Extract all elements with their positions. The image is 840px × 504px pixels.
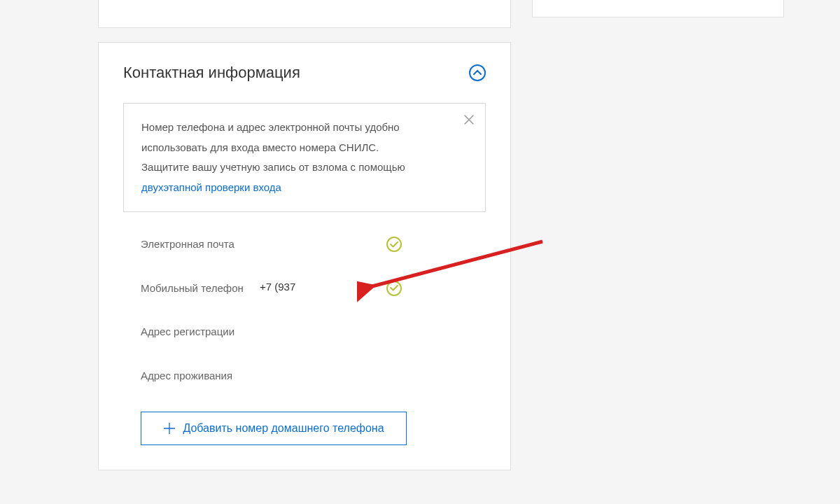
registration-address-label: Адрес регистрации xyxy=(141,324,260,340)
collapse-toggle[interactable] xyxy=(469,64,486,81)
checkmark-icon xyxy=(390,285,398,291)
info-line-2-prefix: Защитите вашу учетную запись от взлома с… xyxy=(141,161,405,173)
two-step-verification-link[interactable]: двухэтапной проверки входа xyxy=(141,181,281,193)
add-home-phone-label: Добавить номер домашнего телефона xyxy=(183,422,384,435)
email-label: Электронная почта xyxy=(141,237,260,253)
mobile-verified-status xyxy=(386,281,402,296)
plus-icon xyxy=(163,422,176,435)
check-circle-icon xyxy=(386,281,402,296)
previous-card-stub xyxy=(98,0,511,28)
close-icon xyxy=(463,113,475,126)
residence-address-label: Адрес проживания xyxy=(141,368,260,384)
chevron-up-icon xyxy=(473,70,482,76)
info-line-1: Номер телефона и адрес электронной почты… xyxy=(141,118,450,158)
mobile-label: Мобильный телефон xyxy=(141,281,260,297)
email-row[interactable]: Электронная почта xyxy=(123,237,486,253)
email-verified-status xyxy=(386,237,402,252)
close-banner-button[interactable] xyxy=(463,113,475,126)
info-banner: Номер телефона и адрес электронной почты… xyxy=(123,103,486,212)
mobile-phone-row[interactable]: Мобильный телефон +7 (937 xyxy=(123,281,486,297)
registration-address-row[interactable]: Адрес регистрации xyxy=(123,324,486,340)
card-title: Контактная информация xyxy=(123,64,300,82)
info-line-2: Защитите вашу учетную запись от взлома с… xyxy=(141,158,450,197)
card-header: Контактная информация xyxy=(123,64,486,82)
mobile-value: +7 (937 xyxy=(260,281,344,293)
add-home-phone-button[interactable]: Добавить номер домашнего телефона xyxy=(141,412,407,445)
sidebar-card-stub xyxy=(532,0,784,18)
check-circle-icon xyxy=(386,237,402,252)
contact-info-card: Контактная информация Номер телефона и а… xyxy=(98,42,511,470)
checkmark-icon xyxy=(390,241,398,248)
residence-address-row[interactable]: Адрес проживания xyxy=(123,368,486,384)
